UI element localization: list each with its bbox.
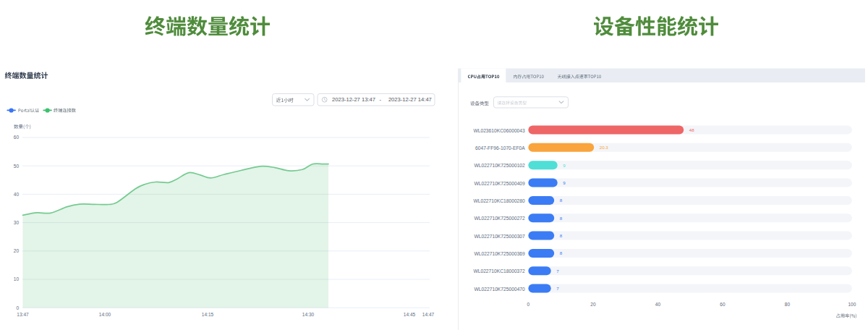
svg-text:2023-12-27 13:47: 2023-12-27 13:47 — [332, 96, 375, 103]
svg-text:20.3: 20.3 — [600, 145, 609, 150]
svg-text:0: 0 — [16, 305, 19, 310]
svg-text:14:47: 14:47 — [422, 312, 435, 317]
svg-text:50: 50 — [14, 164, 20, 169]
svg-text:14:00: 14:00 — [99, 312, 111, 317]
svg-text:WL022710KC18000280: WL022710KC18000280 — [473, 198, 525, 203]
svg-text:20: 20 — [14, 248, 20, 253]
svg-text:13:47: 13:47 — [17, 312, 29, 317]
svg-text:100: 100 — [848, 302, 856, 307]
svg-text:40: 40 — [655, 302, 661, 307]
svg-text:8: 8 — [560, 250, 563, 255]
svg-text:WL022710K725000307: WL022710K725000307 — [475, 234, 526, 239]
svg-text:WL022710K725000102: WL022710K725000102 — [475, 163, 526, 168]
svg-text:10: 10 — [14, 276, 20, 282]
svg-text:2023-12-27 14:47: 2023-12-27 14:47 — [388, 96, 432, 103]
svg-text:8: 8 — [560, 233, 563, 238]
svg-text:48: 48 — [689, 127, 694, 132]
svg-text:WL022710K725000272: WL022710K725000272 — [475, 216, 526, 221]
svg-text:14:45: 14:45 — [404, 312, 416, 317]
svg-text:80: 80 — [785, 302, 791, 307]
svg-text:0: 0 — [527, 302, 530, 307]
svg-text:9: 9 — [563, 180, 566, 185]
svg-text:7: 7 — [556, 268, 559, 274]
svg-text:WL022710K725000369: WL022710K725000369 — [475, 251, 526, 256]
svg-text:14:15: 14:15 — [202, 312, 214, 317]
svg-text:6047-FF96-1070-EF0A: 6047-FF96-1070-EF0A — [475, 145, 525, 151]
svg-text:8: 8 — [560, 198, 563, 203]
svg-text:9: 9 — [563, 163, 566, 168]
svg-text:60: 60 — [720, 302, 726, 307]
svg-text:30: 30 — [14, 220, 20, 225]
svg-text:WL023610KC06000043: WL023610KC06000043 — [473, 128, 525, 133]
svg-text:20: 20 — [590, 302, 596, 307]
svg-text:14:30: 14:30 — [302, 312, 315, 317]
svg-text:WL022710KC18000372: WL022710KC18000372 — [473, 268, 525, 274]
svg-text:40: 40 — [14, 192, 20, 197]
svg-text:WL022710K725000409: WL022710K725000409 — [475, 181, 526, 186]
svg-text:7: 7 — [556, 286, 559, 291]
svg-text:60: 60 — [14, 135, 20, 140]
svg-text:WL022710K725000470: WL022710K725000470 — [475, 287, 526, 292]
svg-text:8: 8 — [560, 216, 563, 221]
